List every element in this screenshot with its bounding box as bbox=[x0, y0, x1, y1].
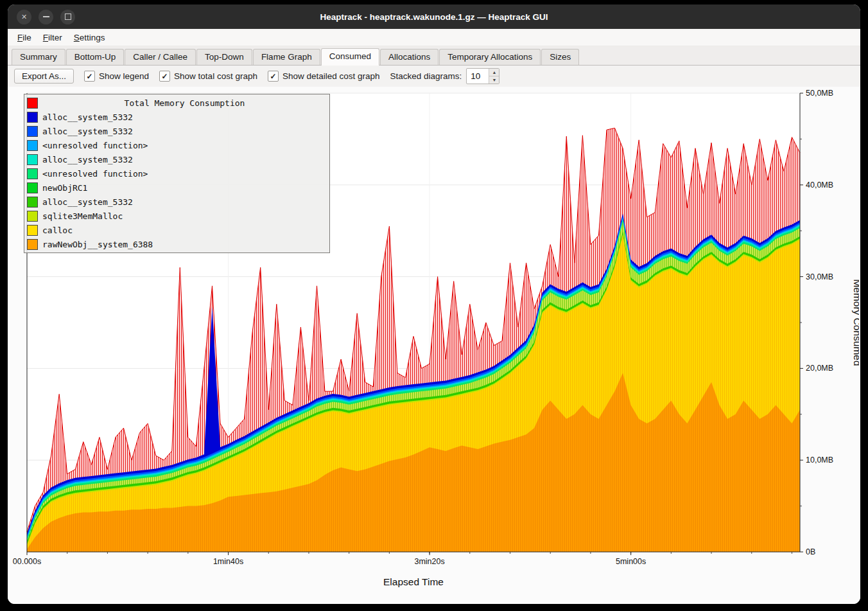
tab-bar: SummaryBottom-UpCaller / CalleeTop-DownF… bbox=[8, 46, 860, 66]
legend-row: alloc__system_5332 bbox=[27, 152, 327, 166]
checkbox-label: Show detailed cost graph bbox=[282, 71, 380, 81]
legend-label: alloc__system_5332 bbox=[42, 197, 133, 207]
legend-row: newObjRC1 bbox=[27, 181, 327, 195]
x-tick-label: 1min40s bbox=[213, 557, 243, 566]
maximize-icon bbox=[65, 13, 71, 20]
legend-swatch bbox=[27, 98, 38, 109]
tab-caller-callee[interactable]: Caller / Callee bbox=[125, 49, 196, 65]
checkbox-box[interactable]: ✓ bbox=[159, 71, 170, 82]
stacked-diagrams-value: 10 bbox=[467, 69, 489, 84]
legend-row: alloc__system_5332 bbox=[27, 195, 327, 209]
legend-swatch bbox=[27, 168, 38, 179]
stacked-diagrams-control: Stacked diagrams: 10 ▲ ▼ bbox=[390, 68, 500, 84]
y-axis-label: Memory Consumed bbox=[852, 279, 859, 366]
legend-row: alloc__system_5332 bbox=[27, 124, 327, 138]
legend-swatch bbox=[27, 239, 38, 250]
minimize-icon bbox=[43, 16, 49, 17]
checkbox-box[interactable]: ✓ bbox=[84, 71, 95, 82]
tab-consumed[interactable]: Consumed bbox=[321, 48, 379, 66]
legend-label: <unresolved function> bbox=[42, 169, 148, 179]
maximize-button[interactable] bbox=[60, 10, 75, 24]
legend-row: sqlite3MemMalloc bbox=[27, 209, 327, 223]
legend-swatch bbox=[27, 197, 38, 208]
legend-label: alloc__system_5332 bbox=[42, 112, 133, 122]
menu-filter[interactable]: Filter bbox=[37, 31, 68, 44]
legend-label: <unresolved function> bbox=[42, 141, 148, 150]
toolbar: Export As... ✓Show legend✓Show total cos… bbox=[8, 66, 860, 87]
legend-row: calloc bbox=[27, 223, 327, 237]
minimize-button[interactable] bbox=[39, 10, 53, 24]
legend-swatch bbox=[27, 154, 38, 165]
menu-settings[interactable]: Settings bbox=[68, 31, 111, 44]
chart-area: 00.000s1min40s3min20s5min00s0B10,0MB20,0… bbox=[8, 87, 860, 604]
legend-row: alloc__system_5332 bbox=[27, 110, 327, 124]
legend-label: Total Memory Consumption bbox=[42, 98, 327, 108]
tab-temporary-allocations[interactable]: Temporary Allocations bbox=[439, 49, 541, 65]
titlebar: ✕ Heaptrack - heaptrack.wakunode.1.gz — … bbox=[8, 4, 860, 29]
checkbox-show-detailed-cost-graph[interactable]: ✓Show detailed cost graph bbox=[268, 71, 380, 82]
export-as-button[interactable]: Export As... bbox=[14, 69, 74, 84]
menu-file[interactable]: File bbox=[12, 31, 37, 44]
spin-down-button[interactable]: ▼ bbox=[489, 76, 499, 84]
x-tick-label: 5min00s bbox=[616, 557, 646, 566]
window-title: Heaptrack - heaptrack.wakunode.1.gz — He… bbox=[8, 12, 860, 22]
legend-row: <unresolved function> bbox=[27, 138, 327, 152]
tab-flame-graph[interactable]: Flame Graph bbox=[253, 49, 320, 65]
legend-swatch bbox=[27, 211, 38, 222]
legend-label: alloc__system_5332 bbox=[42, 127, 133, 136]
close-button[interactable]: ✕ bbox=[17, 10, 31, 24]
legend-label: calloc bbox=[42, 226, 73, 235]
stacked-diagrams-spinbox[interactable]: 10 ▲ ▼ bbox=[466, 68, 499, 84]
menubar: FileFilterSettings bbox=[8, 29, 860, 46]
checkbox-group: ✓Show legend✓Show total cost graph✓Show … bbox=[84, 71, 380, 82]
legend-row: <unresolved function> bbox=[27, 166, 327, 181]
spin-up-button[interactable]: ▲ bbox=[489, 69, 499, 76]
tab-top-down[interactable]: Top-Down bbox=[196, 49, 252, 65]
legend-swatch bbox=[27, 112, 38, 123]
checkbox-show-total-cost-graph[interactable]: ✓Show total cost graph bbox=[159, 71, 257, 82]
y-tick-label: 50,0MB bbox=[806, 89, 833, 98]
legend-row: rawNewObj__system_6388 bbox=[27, 237, 327, 251]
x-axis-label: Elapsed Time bbox=[383, 576, 444, 587]
checkbox-label: Show legend bbox=[99, 71, 149, 81]
legend-swatch bbox=[27, 126, 38, 137]
checkbox-show-legend[interactable]: ✓Show legend bbox=[84, 71, 149, 82]
y-tick-label: 0B bbox=[806, 547, 815, 556]
x-tick-label: 00.000s bbox=[13, 557, 41, 566]
legend-label: newObjRC1 bbox=[42, 183, 87, 193]
tab-summary[interactable]: Summary bbox=[12, 49, 65, 65]
tab-bottom-up[interactable]: Bottom-Up bbox=[66, 49, 125, 65]
close-icon: ✕ bbox=[21, 13, 27, 21]
stacked-diagrams-label: Stacked diagrams: bbox=[390, 71, 462, 81]
x-tick-label: 3min20s bbox=[414, 557, 444, 566]
checkbox-box[interactable]: ✓ bbox=[268, 71, 279, 82]
chart-legend: Total Memory Consumptionalloc__system_53… bbox=[24, 94, 330, 253]
window-controls: ✕ bbox=[17, 4, 82, 29]
app-window: ✕ Heaptrack - heaptrack.wakunode.1.gz — … bbox=[8, 4, 860, 604]
y-tick-label: 20,0MB bbox=[806, 364, 833, 373]
legend-title-row: Total Memory Consumption bbox=[27, 96, 327, 110]
tab-sizes[interactable]: Sizes bbox=[541, 49, 579, 65]
legend-swatch bbox=[27, 182, 38, 193]
legend-label: alloc__system_5332 bbox=[42, 155, 133, 164]
spin-buttons: ▲ ▼ bbox=[489, 69, 499, 84]
legend-label: sqlite3MemMalloc bbox=[42, 211, 123, 221]
legend-swatch bbox=[27, 140, 38, 151]
legend-swatch bbox=[27, 225, 38, 236]
y-tick-label: 40,0MB bbox=[806, 181, 833, 190]
y-tick-label: 30,0MB bbox=[806, 272, 833, 281]
tab-allocations[interactable]: Allocations bbox=[380, 49, 438, 65]
legend-label: rawNewObj__system_6388 bbox=[42, 240, 153, 249]
y-tick-label: 10,0MB bbox=[806, 456, 833, 465]
checkbox-label: Show total cost graph bbox=[174, 71, 257, 81]
